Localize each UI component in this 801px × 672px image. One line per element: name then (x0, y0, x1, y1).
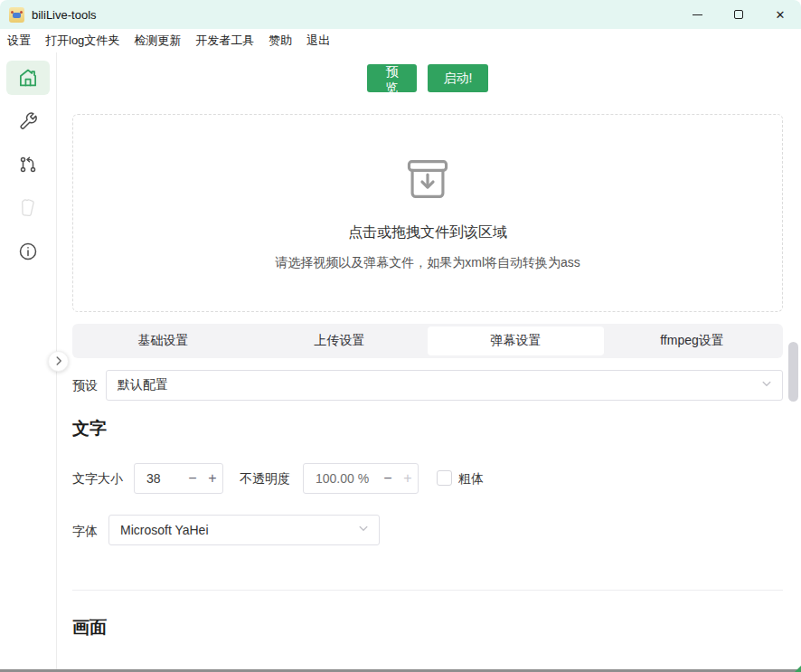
font-family-label: 字体 (72, 516, 98, 546)
sidebar-item-version[interactable] (6, 147, 50, 182)
opacity-increase-button[interactable]: + (398, 464, 418, 493)
sidebar-item-about[interactable] (6, 234, 50, 269)
opacity-decrease-button[interactable]: − (378, 464, 398, 493)
minimize-button[interactable] (676, 0, 718, 29)
menu-item-devtools[interactable]: 开发者工具 (188, 30, 261, 52)
chevron-down-icon (357, 523, 370, 538)
font-size-decrease-button[interactable]: − (183, 464, 203, 493)
clip-icon (16, 196, 40, 220)
font-size-increase-button[interactable]: + (203, 464, 222, 493)
window-title: biliLive-tools (32, 8, 97, 22)
maximize-button[interactable] (718, 0, 759, 29)
preset-label: 预设 (72, 370, 98, 401)
tab-upload-settings[interactable]: 上传设置 (251, 327, 428, 355)
bold-checkbox[interactable] (437, 470, 452, 486)
archive-download-icon (401, 153, 454, 209)
tab-ffmpeg-settings[interactable]: ffmpeg设置 (604, 327, 780, 355)
preview-button[interactable]: 预览 (367, 64, 417, 92)
opacity-value: 100.00 % (316, 464, 369, 493)
upload-main-text: 点击或拖拽文件到该区域 (348, 223, 507, 242)
tab-basic-settings[interactable]: 基础设置 (75, 327, 251, 355)
bold-label[interactable]: 粗体 (458, 463, 484, 494)
minimize-icon (693, 14, 702, 15)
close-button[interactable]: ✕ (759, 0, 801, 29)
sidebar-collapse-toggle[interactable] (48, 351, 69, 372)
start-button[interactable]: 启动! (428, 64, 488, 92)
sidebar-item-clip[interactable] (6, 191, 50, 225)
scrollbar-thumb[interactable] (788, 342, 798, 402)
font-size-value: 38 (146, 464, 161, 493)
font-family-select[interactable]: Microsoft YaHei (108, 515, 380, 545)
opacity-label: 不透明度 (240, 463, 290, 494)
resize-grip[interactable] (795, 666, 801, 672)
wrench-icon (17, 110, 39, 132)
info-icon (17, 241, 39, 262)
sidebar-item-tools[interactable] (6, 104, 50, 138)
titlebar: biliLive-tools ✕ (0, 0, 801, 29)
upload-dropzone[interactable]: 点击或拖拽文件到该区域 请选择视频以及弹幕文件，如果为xml将自动转换为ass (72, 114, 783, 312)
close-icon: ✕ (776, 9, 786, 21)
window-controls: ✕ (676, 0, 801, 29)
menu-item-settings[interactable]: 设置 (0, 30, 38, 52)
preset-select[interactable]: 默认配置 (106, 370, 783, 401)
upload-sub-text: 请选择视频以及弹幕文件，如果为xml将自动转换为ass (275, 255, 580, 271)
section-title-screen: 画面 (72, 616, 107, 639)
settings-tabs: 基础设置 上传设置 弹幕设置 ffmpeg设置 (72, 324, 783, 358)
git-compare-icon (17, 154, 39, 175)
home-icon (16, 66, 40, 90)
tab-danmaku-settings[interactable]: 弹幕设置 (428, 327, 604, 355)
font-family-select-value: Microsoft YaHei (120, 523, 209, 537)
section-divider (72, 590, 783, 591)
menu-item-exit[interactable]: 退出 (299, 30, 337, 52)
menubar: 设置 打开log文件夹 检测更新 开发者工具 赞助 退出 (0, 29, 801, 52)
font-size-label: 文字大小 (72, 463, 123, 494)
app-window: biliLive-tools ✕ 设置 打开log文件夹 检测更新 开发者工具 … (0, 0, 801, 672)
chevron-down-icon (760, 378, 773, 393)
opacity-input[interactable]: 100.00 % − + (303, 463, 419, 494)
maximize-icon (734, 10, 743, 19)
preset-select-value: 默认配置 (118, 377, 168, 393)
chevron-right-icon (53, 354, 64, 370)
sidebar-item-home[interactable] (6, 61, 50, 95)
menu-item-open-log-folder[interactable]: 打开log文件夹 (38, 30, 127, 52)
font-size-input[interactable]: 38 − + (134, 463, 223, 494)
menu-item-check-update[interactable]: 检测更新 (127, 30, 188, 52)
app-icon (9, 7, 24, 23)
section-title-text: 文字 (72, 417, 107, 440)
menu-item-sponsor[interactable]: 赞助 (261, 30, 299, 52)
